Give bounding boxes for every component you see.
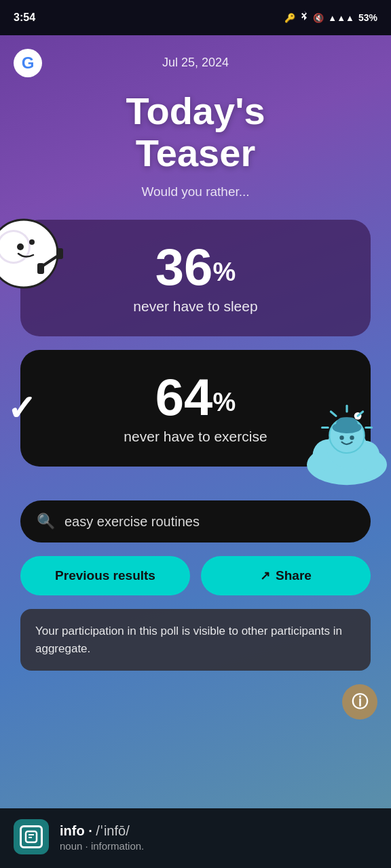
svg-point-17 — [350, 435, 354, 439]
search-icon: 🔍 — [37, 513, 55, 530]
key-icon: 🔑 — [284, 13, 295, 23]
sleep-label: never have to sleep — [34, 298, 357, 315]
word-phonetic: /ˈinfō/ — [96, 823, 129, 838]
notice-text: Your participation in this poll is visib… — [35, 623, 356, 657]
header: G Jul 25, 2024 — [0, 49, 391, 77]
svg-rect-7 — [37, 263, 44, 274]
search-bar[interactable]: 🔍 easy exercise routines — [20, 500, 371, 542]
bluetooth-icon — [299, 11, 309, 25]
word-definition: info · /ˈinfō/ noun · information. — [60, 823, 144, 852]
word-icon-wrap — [14, 819, 49, 854]
options-container: 36% never have to sleep ✓ — [0, 206, 391, 494]
svg-point-16 — [339, 435, 343, 439]
main-title: Today's Teaser — [14, 90, 377, 174]
word-icon — [20, 825, 43, 848]
search-query-text: easy exercise routines — [64, 514, 200, 530]
moon-sticker — [0, 213, 64, 294]
battery-text: 53% — [358, 12, 377, 23]
svg-point-4 — [29, 239, 35, 245]
privacy-notice: Your participation in this poll is visib… — [20, 609, 371, 671]
part-of-speech: noun — [60, 840, 82, 852]
info-button[interactable]: ⓘ — [342, 684, 377, 719]
selected-checkmark: ✓ — [7, 388, 37, 429]
date-label: Jul 25, 2024 — [162, 56, 229, 70]
status-time: 3:54 — [14, 12, 35, 24]
share-button[interactable]: ↗ Share — [201, 556, 371, 595]
bottom-word-bar: info · /ˈinfō/ noun · information. — [0, 808, 391, 868]
sleep-percent: 36% — [34, 241, 357, 293]
svg-line-19 — [331, 412, 336, 416]
word-text: info — [60, 823, 85, 838]
option-exercise[interactable]: ✓ — [20, 350, 371, 467]
status-icons: 🔑 🔇 ▲▲▲ 53% — [284, 11, 377, 25]
mute-icon: 🔇 — [313, 13, 324, 23]
share-icon: ↗ — [260, 568, 270, 583]
svg-rect-14 — [336, 418, 358, 432]
info-btn-wrap: ⓘ — [0, 684, 391, 726]
word-def-separator: · — [86, 840, 91, 852]
title-section: Today's Teaser Would you rather... — [0, 77, 391, 206]
info-icon: ⓘ — [352, 691, 368, 713]
previous-results-button[interactable]: Previous results — [20, 556, 190, 595]
subtitle: Would you rather... — [14, 184, 377, 199]
signal-icon: ▲▲▲ — [328, 13, 354, 23]
svg-point-3 — [17, 243, 24, 250]
main-content: G Jul 25, 2024 Today's Teaser Would you … — [0, 35, 391, 808]
word-definition-text: information. — [91, 840, 144, 852]
status-bar: 3:54 🔑 🔇 ▲▲▲ 53% — [0, 0, 391, 35]
google-logo: G — [14, 49, 42, 77]
word-separator: · — [88, 823, 96, 838]
search-container: 🔍 easy exercise routines — [0, 494, 391, 556]
svg-rect-6 — [56, 248, 63, 259]
cloud-sticker — [296, 392, 391, 494]
action-buttons: Previous results ↗ Share — [0, 556, 391, 609]
option-sleep[interactable]: 36% never have to sleep — [20, 220, 371, 336]
